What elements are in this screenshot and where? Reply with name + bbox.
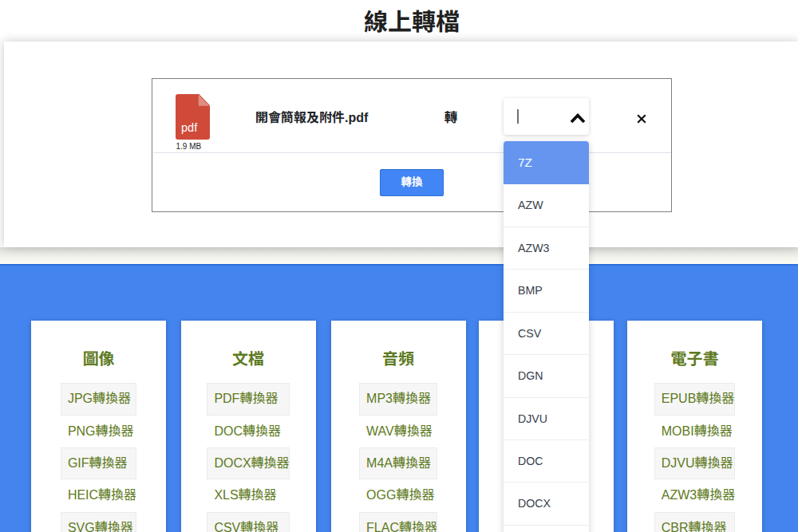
svg-text:pdf: pdf [181, 121, 198, 134]
